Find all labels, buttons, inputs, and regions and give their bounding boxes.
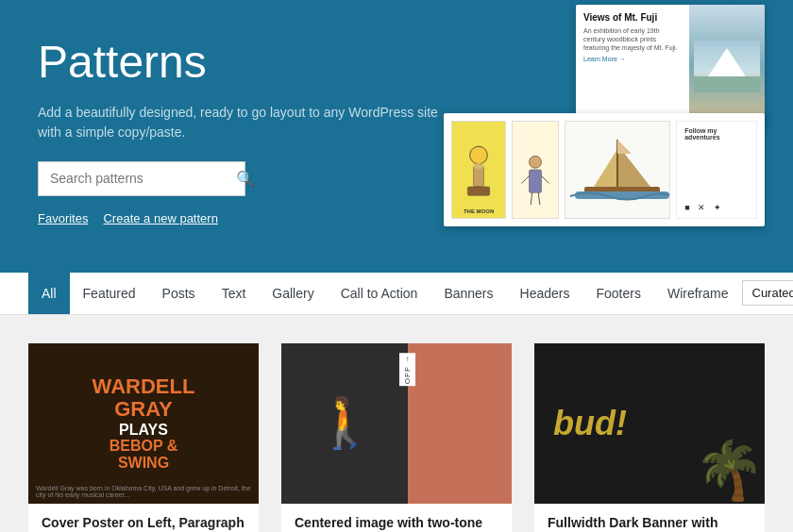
pattern-card-bud[interactable]: bud! 🌴 Fullwidth Dark Banner with Headin… xyxy=(534,343,765,532)
svg-line-11 xyxy=(542,175,549,183)
search-button[interactable]: 🔍 xyxy=(227,162,264,195)
svg-point-4 xyxy=(470,146,488,164)
svg-rect-19 xyxy=(575,191,669,199)
pattern-title-bud: Fullwidth Dark Banner with Heading Top L… xyxy=(548,515,751,532)
wardell-line5: SWING xyxy=(93,455,195,472)
search-icon: 🔍 xyxy=(236,171,255,187)
wardell-line1: WARDELL xyxy=(93,375,195,398)
filter-selects: Curated Curated All Community Newest New… xyxy=(742,280,794,306)
svg-rect-9 xyxy=(530,170,542,192)
svg-marker-18 xyxy=(617,140,632,154)
crosswalk-right xyxy=(408,343,512,504)
crosswalk-figure: 🚶 xyxy=(314,394,376,452)
hero-section: Patterns Add a beautifully designed, rea… xyxy=(0,0,793,273)
wardell-thumb: WARDELL GRAY PLAYS BEBOP & SWING Wardell… xyxy=(28,343,259,504)
tab-banners[interactable]: Banners xyxy=(430,273,506,314)
person-card xyxy=(512,121,559,219)
crosswalk-left: 🚶 OFF → xyxy=(281,343,408,504)
bud-thumb: bud! 🌴 xyxy=(534,343,765,504)
svg-rect-3 xyxy=(694,76,760,92)
tab-all[interactable]: All xyxy=(28,273,70,314)
pattern-card-wardell[interactable]: WARDELL GRAY PLAYS BEBOP & SWING Wardell… xyxy=(28,343,259,532)
tab-text[interactable]: Text xyxy=(209,273,260,314)
crosswalk-thumb: 🚶 OFF → xyxy=(281,343,512,504)
bud-text: bud! xyxy=(553,404,627,443)
wardell-text-block: WARDELL GRAY PLAYS BEBOP & SWING xyxy=(93,375,195,471)
svg-line-10 xyxy=(522,175,530,183)
tab-call-to-action[interactable]: Call to Action xyxy=(328,273,431,314)
pattern-thumb-crosswalk: 🚶 OFF → xyxy=(281,343,512,504)
hero-description: Add a beautifully designed, ready to go … xyxy=(38,103,453,142)
pattern-info-bud: Fullwidth Dark Banner with Heading Top L… xyxy=(534,504,765,532)
hero-title: Patterns xyxy=(38,38,453,88)
svg-marker-16 xyxy=(594,149,617,187)
hero-preview: Views of Mt. Fuji An exhibition of early… xyxy=(425,0,765,226)
tab-gallery[interactable]: Gallery xyxy=(259,273,327,314)
pattern-info-crosswalk: Centered image with two-tone background … xyxy=(281,504,512,532)
tab-featured[interactable]: Featured xyxy=(70,273,149,314)
tab-headers[interactable]: Headers xyxy=(507,273,583,314)
ship-card xyxy=(565,121,670,219)
filter-bar: All Featured Posts Text Gallery Call to … xyxy=(0,273,793,315)
hero-content: Patterns Add a beautifully designed, rea… xyxy=(38,38,453,225)
wardell-caption: Wardell Gray was born in Oklahoma City, … xyxy=(36,485,251,498)
fuji-card-text: An exhibition of early 19th century wood… xyxy=(583,26,682,52)
fuji-card-link: Learn More → xyxy=(583,56,682,62)
fuji-image xyxy=(689,5,765,127)
tab-wireframe[interactable]: Wireframe xyxy=(654,273,742,314)
pattern-thumb-bud: bud! 🌴 xyxy=(534,343,765,504)
crosswalk-sign: OFF → xyxy=(399,353,415,386)
pattern-card-crosswalk[interactable]: 🚶 OFF → Centered image with two-tone bac… xyxy=(281,343,512,532)
wardell-line2: GRAY xyxy=(93,398,195,421)
fuji-card-title: Views of Mt. Fuji xyxy=(583,12,682,23)
tab-footers[interactable]: Footers xyxy=(582,273,653,314)
pattern-grid: WARDELL GRAY PLAYS BEBOP & SWING Wardell… xyxy=(28,343,765,532)
source-select-wrapper[interactable]: Curated Curated All Community xyxy=(742,280,794,306)
adventures-card: Follow my adventures ■ ✕ ✦ xyxy=(676,121,757,219)
svg-line-12 xyxy=(531,192,532,205)
fuji-card-image xyxy=(689,5,765,127)
svg-rect-14 xyxy=(584,187,660,196)
pattern-info-wardell: Cover Poster on Left, Paragraph on Right… xyxy=(28,504,259,532)
svg-point-6 xyxy=(474,163,484,169)
adventures-icons: ■ ✕ ✦ xyxy=(684,203,749,212)
favorites-link[interactable]: Favorites xyxy=(38,211,88,225)
svg-marker-2 xyxy=(720,54,734,76)
pattern-thumb-wardell: WARDELL GRAY PLAYS BEBOP & SWING Wardell… xyxy=(28,343,259,504)
svg-rect-0 xyxy=(694,41,760,92)
pattern-title-crosswalk: Centered image with two-tone background … xyxy=(295,515,498,532)
create-pattern-link[interactable]: Create a new pattern xyxy=(103,211,217,225)
search-input[interactable] xyxy=(39,163,227,193)
svg-rect-5 xyxy=(474,166,484,187)
adventures-title: Follow my adventures xyxy=(684,127,749,141)
svg-marker-15 xyxy=(617,144,650,187)
svg-line-13 xyxy=(538,192,540,205)
search-box[interactable]: 🔍 xyxy=(38,161,245,196)
hero-links: Favorites Create a new pattern xyxy=(38,211,453,225)
filter-tabs: All Featured Posts Text Gallery Call to … xyxy=(28,273,742,314)
svg-marker-1 xyxy=(708,48,746,76)
tab-posts[interactable]: Posts xyxy=(149,273,209,314)
svg-rect-7 xyxy=(467,187,489,195)
wardell-line4: BEBOP & xyxy=(93,438,195,455)
bud-palm: 🌴 xyxy=(694,437,765,504)
preview-card-fuji: Views of Mt. Fuji An exhibition of early… xyxy=(576,5,765,127)
pattern-title-wardell: Cover Poster on Left, Paragraph on Right xyxy=(42,515,245,532)
wardell-line3: PLAYS xyxy=(93,422,195,439)
preview-card-bottom: THE MOON xyxy=(444,113,765,226)
content-area: WARDELL GRAY PLAYS BEBOP & SWING Wardell… xyxy=(0,315,793,532)
svg-point-8 xyxy=(530,156,542,168)
moon-card: THE MOON xyxy=(451,121,506,219)
